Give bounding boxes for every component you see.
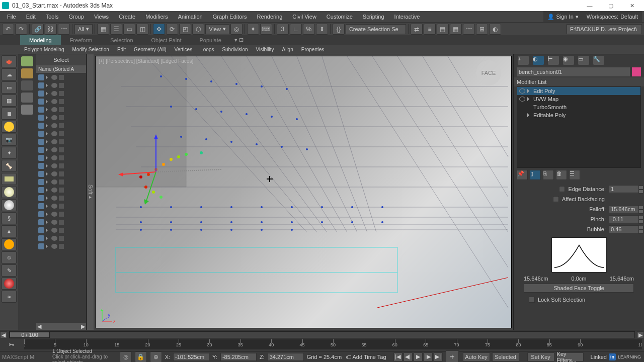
list-item[interactable] — [36, 194, 86, 202]
menu-graph-editors[interactable]: Graph Editors — [208, 11, 252, 22]
hair-icon[interactable]: ≈ — [2, 291, 17, 303]
maximize-button[interactable]: ▢ — [601, 0, 621, 11]
menu-create[interactable]: Create — [114, 11, 140, 22]
goto-end-button[interactable]: ▶| — [434, 352, 443, 361]
close-button[interactable]: ✕ — [622, 0, 642, 11]
keyfilters-button[interactable]: Key Filters... — [556, 352, 584, 361]
sub-align[interactable]: Align — [278, 45, 297, 54]
list-item[interactable] — [36, 73, 86, 81]
z-coord-field[interactable]: 34.271cm — [268, 353, 304, 361]
falloff-spinner[interactable]: 15.646cm — [609, 205, 639, 213]
sun-icon[interactable] — [2, 238, 17, 250]
rotate-button[interactable]: ⟳ — [166, 24, 178, 35]
scene-explorer-scrollbar[interactable]: ◀▶ — [36, 323, 86, 330]
window-crossing-button[interactable]: ◫ — [136, 24, 148, 35]
time-slider[interactable]: 0 / 100 — [9, 331, 635, 338]
menu-customize[interactable]: Customize — [321, 11, 358, 22]
menu-views[interactable]: Views — [89, 11, 114, 22]
list-item[interactable] — [36, 218, 86, 226]
placement-button[interactable]: ⬡ — [192, 24, 204, 35]
ribbon-modeling[interactable]: Modeling — [20, 35, 61, 45]
sub-loops[interactable]: Loops — [196, 45, 218, 54]
time-ruler[interactable]: 051015202530354045505560657075808590100 — [24, 339, 642, 349]
bone-icon[interactable]: 🦴 — [2, 160, 17, 172]
plane-icon[interactable] — [2, 173, 17, 185]
schematic-view-button[interactable]: ⊞ — [476, 24, 488, 35]
viewport-label[interactable]: [+] [Perspective] [Standard] [Edged Face… — [99, 58, 193, 64]
sub-vertices[interactable]: Vertices — [171, 45, 197, 54]
list-item[interactable] — [36, 98, 86, 106]
list-item[interactable] — [36, 186, 86, 194]
remove-modifier-button[interactable]: 🗑 — [556, 170, 567, 180]
play-button[interactable]: ▶ — [414, 352, 423, 361]
menu-tools[interactable]: Tools — [41, 11, 64, 22]
pin-stack-button[interactable]: 📌 — [517, 170, 528, 180]
goto-start-button[interactable]: |◀ — [393, 352, 403, 361]
teapot-icon[interactable]: 🫖 — [2, 55, 17, 67]
biped-icon[interactable]: ☺ — [2, 251, 17, 263]
scene-explorer-header[interactable]: Name (Sorted A — [36, 65, 86, 73]
light-icon[interactable] — [2, 121, 17, 133]
modifier-item[interactable]: Edit Poly — [517, 87, 640, 95]
use-center-button[interactable]: ◎ — [230, 24, 243, 35]
snap-toggle-button[interactable]: 3 — [277, 24, 289, 35]
isolate-button[interactable]: ◎ — [120, 351, 132, 363]
move-button[interactable]: ✥ — [153, 24, 165, 35]
affect-backfacing-checkbox[interactable] — [553, 196, 559, 202]
menu-animation[interactable]: Animation — [173, 11, 208, 22]
display-tab-icon[interactable]: ▭ — [578, 56, 589, 65]
mirror-button[interactable]: ⇄ — [411, 24, 423, 35]
keyboard-shortcut-button[interactable]: ⌨ — [260, 24, 272, 35]
tool-pencil-icon[interactable] — [21, 56, 33, 66]
ribbon-expand-icon[interactable]: ▾ ⊡ — [234, 35, 244, 45]
menu-edit[interactable]: Edit — [21, 11, 41, 22]
tool-brush-icon[interactable] — [21, 68, 33, 78]
create-tab-icon[interactable]: + — [518, 56, 529, 65]
viewport[interactable]: [+] [Perspective] [Standard] [Edged Face… — [95, 56, 512, 328]
sub-properties[interactable]: Properties — [297, 45, 329, 54]
viewcube[interactable]: FACE — [476, 60, 501, 85]
sub-subdivision[interactable]: Subdivision — [218, 45, 252, 54]
render-setup-icon[interactable]: ▭ — [2, 81, 17, 94]
list-item[interactable] — [36, 138, 86, 146]
select-by-name-button[interactable]: ☰ — [110, 24, 122, 35]
maxscript-listener[interactable]: MAXScript Mi — [0, 354, 50, 360]
menu-file[interactable]: File — [2, 11, 21, 22]
named-selection-button[interactable]: {} — [333, 24, 345, 35]
time-next-button[interactable]: ▶ — [637, 331, 644, 338]
unlink-button[interactable]: ⛓ — [45, 24, 57, 35]
modify-tab-icon[interactable]: ◐ — [533, 56, 544, 65]
menu-modifiers[interactable]: Modifiers — [140, 11, 173, 22]
time-prev-button[interactable]: ◀ — [0, 331, 7, 338]
make-unique-button[interactable]: ⎘ — [543, 170, 554, 180]
undo-button[interactable]: ↶ — [2, 24, 14, 35]
link-button[interactable]: 🔗 — [32, 24, 44, 35]
sign-in-button[interactable]: Sign In — [556, 14, 574, 20]
minimize-button[interactable]: — — [580, 0, 600, 11]
modifier-item[interactable]: TurboSmooth — [517, 103, 640, 111]
sphere-white-icon[interactable] — [2, 199, 17, 211]
list-item[interactable] — [36, 89, 86, 98]
dropdown-icon[interactable]: ▾ — [576, 14, 579, 20]
configure-sets-button[interactable]: ☰ — [569, 170, 580, 180]
select-object-button[interactable]: ▦ — [97, 24, 109, 35]
helper-icon[interactable]: ✦ — [2, 147, 17, 159]
menu-interactive[interactable]: Interactive — [389, 11, 425, 22]
select-region-button[interactable]: ▭ — [123, 24, 135, 35]
object-color-swatch[interactable] — [632, 67, 641, 76]
list-item[interactable] — [36, 202, 86, 210]
menu-civil-view[interactable]: Civil View — [287, 11, 321, 22]
list-item[interactable] — [36, 114, 86, 122]
align-button[interactable]: ≡ — [424, 24, 436, 35]
list-item[interactable] — [36, 226, 86, 234]
percent-snap-button[interactable]: % — [303, 24, 315, 35]
modifier-list-dropdown[interactable]: Modifier List — [514, 77, 644, 86]
menu-rendering[interactable]: Rendering — [252, 11, 288, 22]
autokey-button[interactable]: Auto Key — [463, 352, 490, 361]
sphere-red-icon[interactable] — [2, 278, 17, 290]
setkey-button[interactable]: Set Key — [527, 352, 554, 361]
cloud-icon[interactable]: ☁ — [2, 68, 17, 80]
list-item[interactable] — [36, 154, 86, 162]
layer-icon[interactable]: ≣ — [2, 108, 17, 120]
list-item[interactable] — [36, 130, 86, 138]
